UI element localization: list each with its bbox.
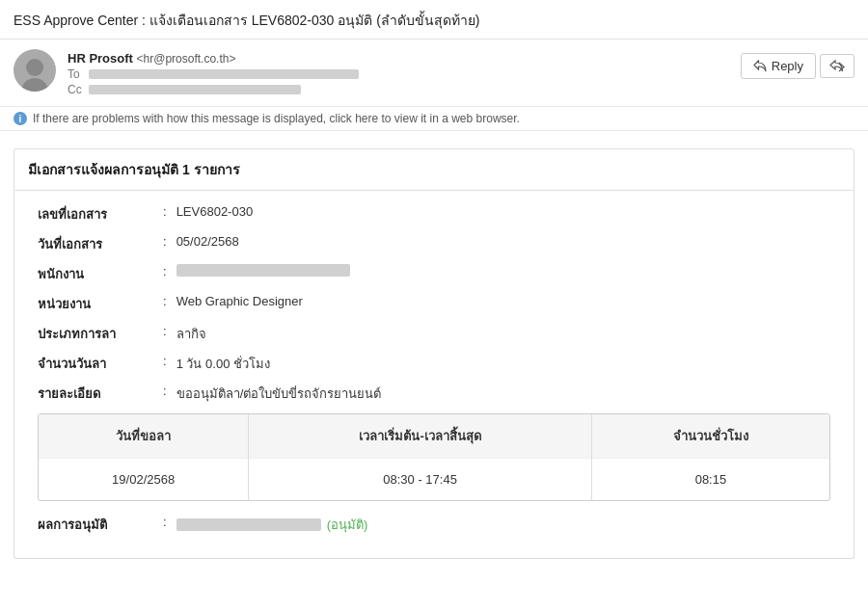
table-header-row: วันที่ขอลา เวลาเริ่มต้น-เวลาสิ้นสุด จำนว… bbox=[39, 414, 829, 459]
approver-name bbox=[176, 518, 321, 531]
email-title-bar: ESS Approve Center : แจ้งเตือนเอกสาร LEV… bbox=[0, 0, 868, 40]
to-row: To bbox=[68, 67, 854, 81]
sender-email: <hr@prosoft.co.th> bbox=[137, 52, 236, 66]
sender-info: HR Prosoft <hr@prosoft.co.th> To Cc bbox=[68, 49, 854, 96]
days-label: จำนวนวันลา bbox=[38, 354, 163, 374]
doc-date-value: 05/02/2568 bbox=[176, 234, 239, 249]
email-header: HR Prosoft <hr@prosoft.co.th> To Cc Repl… bbox=[0, 40, 868, 107]
info-bar: i If there are problems with how this me… bbox=[0, 107, 868, 131]
detail-row: รายละเอียด : ขออนุมัติลา/ต่อใบขับขี่รถจั… bbox=[38, 384, 830, 404]
doc-number-label: เลขที่เอกสาร bbox=[38, 204, 163, 225]
section-header: มีเอกสารแจ้งผลการอนุมัติ 1 รายการ bbox=[14, 148, 854, 191]
time-range-cell: 08:30 - 17:45 bbox=[249, 459, 592, 501]
col1-header: วันที่ขอลา bbox=[39, 414, 249, 459]
reply-icon bbox=[753, 60, 767, 72]
approval-status: (อนุมัติ) bbox=[327, 515, 368, 535]
doc-date-label: วันที่เอกสาร bbox=[38, 234, 163, 254]
email-title: ESS Approve Center : แจ้งเตือนเอกสาร LEV… bbox=[14, 13, 479, 28]
info-message: If there are problems with how this mess… bbox=[33, 112, 520, 125]
info-icon: i bbox=[14, 112, 27, 125]
section-title: มีเอกสารแจ้งผลการอนุมัติ 1 รายการ bbox=[28, 162, 240, 177]
col3-header: จำนวนชั่วโมง bbox=[591, 414, 829, 459]
leave-date-cell: 19/02/2568 bbox=[39, 459, 249, 501]
avatar bbox=[14, 49, 56, 92]
email-container: ESS Approve Center : แจ้งเตือนเอกสาร LEV… bbox=[0, 0, 868, 610]
hours-cell: 08:15 bbox=[591, 459, 829, 501]
leave-type-label: ประเภทการลา bbox=[38, 324, 163, 344]
employee-row: พนักงาน : bbox=[38, 264, 830, 284]
col2-header: เวลาเริ่มต้น-เวลาสิ้นสุด bbox=[249, 414, 592, 459]
detail-value: ขออนุมัติลา/ต่อใบขับขี่รถจักรยานยนต์ bbox=[176, 384, 382, 404]
approval-label: ผลการอนุมัติ bbox=[38, 515, 163, 535]
department-value: Web Graphic Designer bbox=[176, 294, 303, 308]
department-row: หน่วยงาน : Web Graphic Designer bbox=[38, 294, 830, 314]
doc-date-row: วันที่เอกสาร : 05/02/2568 bbox=[38, 234, 830, 254]
reply-button[interactable]: Reply bbox=[741, 53, 816, 79]
reply-all-icon bbox=[828, 60, 846, 72]
doc-number-row: เลขที่เอกสาร : LEV6802-030 bbox=[38, 204, 830, 225]
approval-result: (อนุมัติ) bbox=[176, 515, 368, 535]
reply-all-button[interactable] bbox=[820, 54, 854, 78]
approval-row: ผลการอนุมัติ : (อนุมัติ) bbox=[38, 515, 830, 535]
days-row: จำนวนวันลา : 1 วัน 0.00 ชั่วโมง bbox=[38, 354, 830, 374]
leave-type-row: ประเภทการลา : ลากิจ bbox=[38, 324, 830, 344]
table-row: 19/02/2568 08:30 - 17:45 08:15 bbox=[39, 459, 829, 501]
days-value: 1 วัน 0.00 ชั่วโมง bbox=[176, 354, 270, 374]
cc-row: Cc bbox=[68, 83, 854, 96]
sender-name: HR Prosoft bbox=[68, 51, 133, 66]
leave-type-value: ลากิจ bbox=[176, 324, 206, 344]
email-body: มีเอกสารแจ้งผลการอนุมัติ 1 รายการ เลขที่… bbox=[0, 131, 868, 576]
action-buttons: Reply bbox=[741, 53, 854, 79]
leave-table: วันที่ขอลา เวลาเริ่มต้น-เวลาสิ้นสุด จำนว… bbox=[39, 414, 829, 500]
to-addresses bbox=[89, 69, 359, 79]
doc-number-value: LEV6802-030 bbox=[176, 204, 254, 219]
employee-value bbox=[176, 264, 350, 277]
detail-label: รายละเอียด bbox=[38, 384, 163, 404]
employee-label: พนักงาน bbox=[38, 264, 163, 284]
department-label: หน่วยงาน bbox=[38, 294, 163, 314]
cc-label: Cc bbox=[68, 83, 85, 96]
to-label: To bbox=[68, 67, 85, 81]
reply-label: Reply bbox=[772, 59, 803, 73]
details-section: เลขที่เอกสาร : LEV6802-030 วันที่เอกสาร … bbox=[14, 191, 854, 559]
cc-addresses bbox=[89, 85, 301, 94]
leave-table-wrapper: วันที่ขอลา เวลาเริ่มต้น-เวลาสิ้นสุด จำนว… bbox=[38, 413, 830, 501]
